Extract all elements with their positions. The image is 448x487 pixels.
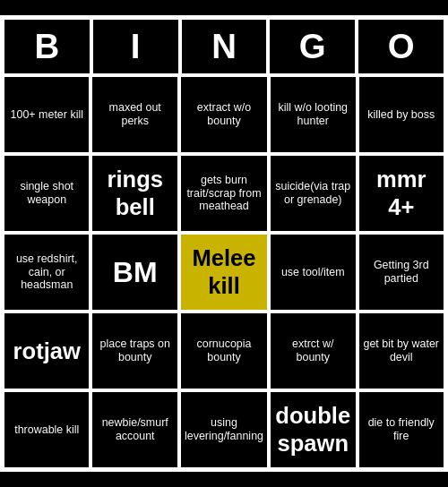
bingo-cell: extract w/o bounty [179, 75, 269, 154]
bingo-cell: using levering/fanning [179, 390, 269, 469]
bingo-cell: maxed out perks [90, 75, 178, 154]
bingo-cell: 100+ meter kill [3, 75, 90, 154]
bingo-cell: rotjaw [3, 312, 90, 390]
bingo-cell: gets burn trait/scrap from meathead [179, 154, 269, 233]
bingo-cell: rings bell [90, 154, 178, 233]
bingo-cell: Melee kill [179, 233, 269, 312]
bingo-cell: throwable kill [3, 390, 90, 469]
bingo-cell: place traps on bounty [90, 312, 178, 390]
bingo-cell: kill w/o looting hunter [269, 75, 357, 154]
bingo-cell: use redshirt, cain, or headsman [3, 233, 90, 312]
bingo-cell: suicide(via trap or grenade) [269, 154, 357, 233]
bingo-cell: killed by boss [358, 75, 446, 154]
header-letter: G [268, 18, 357, 75]
bingo-cell: die to friendly fire [358, 390, 446, 469]
bingo-cell: cornucopia bounty [179, 312, 269, 390]
bingo-cell: mmr 4+ [358, 154, 446, 233]
bingo-cell: BM [90, 233, 178, 312]
header-letter: N [180, 18, 269, 75]
bingo-cell: extrct w/ bounty [269, 312, 357, 390]
bingo-cell: Getting 3rd partied [358, 233, 446, 312]
bingo-cell: single shot weapon [3, 154, 90, 233]
header-letter: B [3, 18, 91, 75]
header-letter: O [357, 18, 445, 75]
bingo-grid: 100+ meter killmaxed out perksextract w/… [3, 75, 445, 469]
bingo-cell: newbie/smurf account [90, 390, 178, 469]
header-letter: I [91, 18, 180, 75]
bingo-cell: double spawn [269, 390, 357, 469]
bingo-cell: get bit by water devil [358, 312, 446, 390]
bingo-header: BINGO [3, 18, 445, 75]
bingo-cell: use tool/item [269, 233, 357, 312]
bingo-card: BINGO 100+ meter killmaxed out perksextr… [0, 15, 448, 472]
